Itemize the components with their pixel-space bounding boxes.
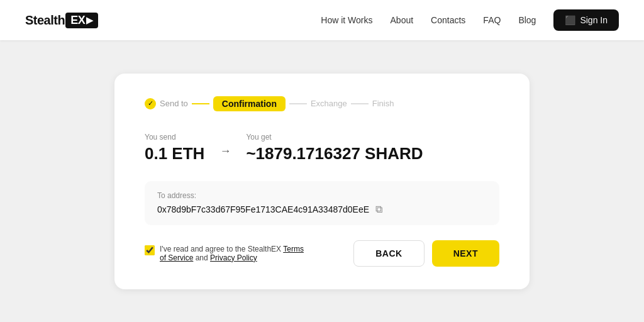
nav-how-it-works[interactable]: How it Works: [321, 15, 372, 25]
main-content: ✓ Send to Confirmation Exchange Finish Y…: [0, 40, 644, 322]
nav-blog[interactable]: Blog: [518, 15, 536, 25]
logo: Stealth EX ▶: [25, 13, 98, 28]
step-sep-3: [351, 103, 369, 104]
privacy-policy-link[interactable]: Privacy Policy: [210, 253, 257, 262]
step-send-to-label: Send to: [160, 99, 188, 108]
confirmation-card: ✓ Send to Confirmation Exchange Finish Y…: [114, 74, 530, 289]
address-label: To address:: [157, 191, 487, 200]
stepper: ✓ Send to Confirmation Exchange Finish: [145, 96, 499, 111]
terms-checkbox-area: I've read and agree to the StealthEX Ter…: [145, 245, 308, 262]
get-section: You get ~1879.1716327 SHARD: [246, 133, 423, 164]
step-finish-label: Finish: [372, 99, 394, 108]
step-confirmation-label: Confirmation: [222, 99, 277, 109]
step-done-icon: ✓: [145, 98, 156, 109]
terms-connector: and: [193, 253, 210, 262]
send-amount: 0.1 ETH: [145, 144, 204, 164]
step-finish: Finish: [372, 99, 394, 108]
send-section: You send 0.1 ETH: [145, 133, 204, 164]
step-sep-1: [192, 103, 209, 104]
step-confirmation: Confirmation: [213, 96, 286, 111]
nav-links: How it Works About Contacts FAQ Blog ⬛ S…: [321, 9, 619, 31]
button-group: BACK NEXT: [353, 240, 499, 267]
terms-text: I've read and agree to the StealthEX Ter…: [160, 245, 308, 262]
nav-faq[interactable]: FAQ: [483, 15, 501, 25]
step-exchange-label: Exchange: [311, 99, 347, 108]
exchange-row: You send 0.1 ETH → You get ~1879.1716327…: [145, 133, 499, 164]
logo-stealth-text: Stealth: [25, 13, 65, 28]
step-exchange: Exchange: [311, 99, 347, 108]
next-button[interactable]: NEXT: [432, 240, 499, 267]
nav-contacts[interactable]: Contacts: [431, 15, 465, 25]
get-label: You get: [246, 133, 423, 142]
step-sep-2: [289, 103, 307, 104]
navigation: Stealth EX ▶ How it Works About Contacts…: [0, 0, 644, 40]
signin-button[interactable]: ⬛ Sign In: [553, 9, 619, 31]
copy-icon[interactable]: ⧉: [375, 204, 382, 215]
back-button[interactable]: BACK: [353, 240, 424, 267]
step-send-to: ✓ Send to: [145, 98, 188, 109]
get-amount: ~1879.1716327 SHARD: [246, 144, 423, 164]
send-label: You send: [145, 133, 204, 142]
bottom-row: I've read and agree to the StealthEX Ter…: [145, 240, 499, 267]
logo-ex-text: EX ▶: [65, 13, 98, 28]
address-section: To address: 0x78d9bF7c33d67F95Fe1713CAE4…: [145, 181, 499, 225]
nav-about[interactable]: About: [391, 15, 414, 25]
address-row: 0x78d9bF7c33d67F95Fe1713CAE4c91A33487d0E…: [157, 204, 487, 215]
terms-prefix: I've read and agree to the StealthEX: [160, 245, 283, 253]
arrow-right-icon: →: [219, 145, 231, 158]
terms-checkbox[interactable]: [145, 245, 155, 255]
logo-arrow-icon: ▶: [86, 15, 93, 25]
address-value: 0x78d9bF7c33d67F95Fe1713CAE4c91A33487d0E…: [157, 204, 369, 214]
signin-icon: ⬛: [565, 15, 575, 25]
